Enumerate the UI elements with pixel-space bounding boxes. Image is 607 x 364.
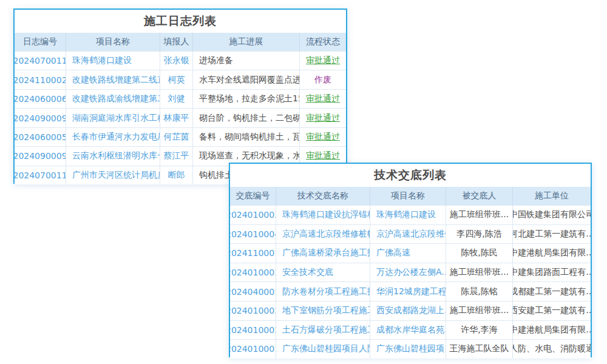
disclosure-name-link[interactable]: 安全技术交底 [276,263,370,282]
status-link[interactable]: 作废 [300,70,346,89]
disclosure-name-link[interactable]: 广佛高速桥梁承台施工技... [276,244,370,263]
project-name-link[interactable]: 云南水利枢纽潜明水库一... [66,147,160,165]
unit-text: 中建集团路面工程有... [513,263,591,282]
disclosure-id-link[interactable]: 2024040001 [230,282,276,301]
unit-text: 人防、水电、消防暖通 [513,340,591,359]
table-row: 2024010003 安全技术交底 万达办公楼左侧A... 施工班组带班... … [230,263,591,282]
reporter-link[interactable]: 何芷茵 [160,128,193,146]
log-header-id: 日志编号 [15,33,66,51]
project-name-link[interactable]: 湖南洞庭湖水库引水工程... [66,109,160,127]
table-row: 2024110001 广佛高速桥梁承台施工技... 广佛高速 陈牧,陈民 中建港… [230,243,591,263]
progress-text: 平整场地，拉走多余泥土15... [193,90,300,108]
unit-text: 西安建工第一建筑有... [513,302,591,320]
reporter-link[interactable]: 张永银 [160,52,193,70]
log-id-link[interactable]: 2024090009 [15,147,66,165]
disclosure-id-link[interactable]: 2024010004 [230,225,276,244]
disclosure-id-link[interactable]: 2024010002 [230,321,276,340]
table-row: 2024070011 珠海鹤港口建设 张永银 进场准备 审批通过 [15,51,346,70]
disclosure-name-link[interactable]: 珠海鹤港口建设抗浮锚杆... [276,206,370,224]
reporter-link[interactable]: 断郎 [160,166,193,184]
project-name-link[interactable]: 成都水岸华庭名苑... [370,321,446,340]
disc-header-receiver: 被交底人 [446,187,513,205]
project-name-link[interactable]: 广东佛山碧桂园项目 [370,340,446,359]
log-header-reporter: 填报人 [160,33,193,51]
log-id-link[interactable]: 2024090009 [15,109,66,127]
log-id-link[interactable]: 2024070011 [15,52,66,70]
status-link[interactable]: 审批通过 [300,128,346,146]
progress-text: 砌台阶，钩机排土，二包砌... [193,109,300,127]
project-name-link[interactable]: 广佛高速 [370,244,446,263]
project-name-link[interactable]: 华润12城房建工程... [370,282,446,301]
table-row: 2024010003 珠海鹤港口建设抗浮锚杆... 珠海鹤港口建设 施工班组带班… [230,205,591,224]
reporter-link[interactable]: 林康平 [160,109,193,127]
unit-text: 中国铁建集团有限公司 [513,206,591,224]
disclosure-name-link[interactable]: 防水卷材分项工程施工技... [276,282,370,301]
disclosure-id-link[interactable]: 2024010002 [230,302,276,320]
disclosure-name-link[interactable]: 地下室钢筋分项工程施工... [276,302,370,320]
log-header-progress: 施工进展 [193,33,300,51]
disclosure-id-link[interactable]: 2024010003 [230,206,276,224]
log-header-project: 项目名称 [66,33,160,51]
disc-header-name: 技术交底名称 [276,187,370,205]
project-name-link[interactable]: 广州市天河区统计局机房... [66,166,160,184]
disclosure-table-title: 技术交底列表 [230,164,591,187]
table-row: 2024090009 湖南洞庭湖水库引水工程... 林康平 砌台阶，钩机排土，二… [15,108,346,127]
log-id-link[interactable]: 2024070011 [15,166,66,184]
log-table-title: 施工日志列表 [15,10,346,33]
disclosure-name-link[interactable]: 京沪高速北京段维修桩帽... [276,225,370,244]
disclosure-name-link[interactable]: 土石方爆破分项工程施工... [276,321,370,340]
project-name-link[interactable]: 改建铁路成渝线增建第二... [66,90,160,108]
progress-text: 进场准备 [193,52,300,70]
disc-header-project: 项目名称 [370,187,446,205]
receiver-text: 陈牧,陈民 [446,244,513,263]
log-table-header-row: 日志编号 项目名称 填报人 施工进展 流程状态 [15,33,346,51]
log-id-link[interactable]: 2024110002 [15,70,66,89]
technical-disclosure-table: 技术交底列表 交底编号 技术交底名称 项目名称 被交底人 施工单位 202401… [229,163,592,357]
table-row: 2024060006 改建铁路成渝线增建第二... 刘健 平整场地，拉走多余泥土… [15,89,346,108]
receiver-text: 李四海,陈浩 [446,225,513,244]
table-row: 2024010001 广东佛山碧桂园项目人防... 广东佛山碧桂园项目 王海施工… [230,339,591,359]
project-name-link[interactable]: 京沪高速北京段维修 [370,225,446,244]
table-row: 2024110002 改建铁路线增建第二线直... 柯英 水车对全线遮阳网覆盖点… [15,70,346,89]
unit-text: 河北建工第一建筑有... [513,225,591,244]
receiver-text: 施工班组带班... [446,302,513,320]
table-row: 2024010004 京沪高速北京段维修桩帽... 京沪高速北京段维修 李四海,… [230,224,591,244]
project-name-link[interactable]: 万达办公楼左侧A... [370,263,446,282]
reporter-link[interactable]: 蔡江平 [160,147,193,165]
project-name-link[interactable]: 珠海鹤港口建设 [66,52,160,70]
receiver-text: 施工班组带班... [446,263,513,282]
disclosure-id-link[interactable]: 2024010001 [230,340,276,359]
unit-text: 成都建工第一建筑有... [513,282,591,301]
table-row: 2024010002 地下室钢筋分项工程施工... 西安成都路龙湖上... 施工… [230,301,591,320]
receiver-text: 陈晨,陈铭 [446,282,513,301]
table-row: 2024010002 土石方爆破分项工程施工... 成都水岸华庭名苑... 许华… [230,320,591,340]
project-name-link[interactable]: 西安成都路龙湖上... [370,302,446,320]
unit-text: 中建港航局集团有限... [513,321,591,340]
status-link[interactable]: 审批通过 [300,109,346,127]
receiver-text: 王海施工队全队 [446,340,513,359]
table-row: 2024060005 长春市伊通河水力发电厂... 何芷茵 备料，砌间墙钩机排土… [15,127,346,146]
status-link[interactable]: 审批通过 [300,90,346,108]
table-row: 2024040001 防水卷材分项工程施工技... 华润12城房建工程... 陈… [230,281,591,301]
reporter-link[interactable]: 柯英 [160,70,193,89]
construction-log-table: 施工日志列表 日志编号 项目名称 填报人 施工进展 流程状态 202407001… [13,8,347,184]
log-id-link[interactable]: 2024060006 [15,90,66,108]
receiver-text: 许华,李海 [446,321,513,340]
log-id-link[interactable]: 2024060005 [15,128,66,146]
log-header-status: 流程状态 [300,33,346,51]
disclosure-id-link[interactable]: 2024010003 [230,263,276,282]
disclosure-id-link[interactable]: 2024110001 [230,244,276,263]
project-name-link[interactable]: 改建铁路线增建第二线直... [66,70,160,89]
progress-text: 备料，砌间墙钩机排土，瓦... [193,128,300,146]
reporter-link[interactable]: 刘健 [160,90,193,108]
progress-text: 水车对全线遮阳网覆盖点进... [193,70,300,89]
receiver-text: 施工班组带班... [446,206,513,224]
disc-header-unit: 施工单位 [513,187,591,205]
status-link[interactable]: 审批通过 [300,52,346,70]
disclosure-name-link[interactable]: 广东佛山碧桂园项目人防... [276,340,370,359]
project-name-link[interactable]: 珠海鹤港口建设 [370,206,446,224]
unit-text: 中建港航局集团有限... [513,244,591,263]
disc-header-id: 交底编号 [230,187,276,205]
disclosure-table-header-row: 交底编号 技术交底名称 项目名称 被交底人 施工单位 [230,187,591,205]
project-name-link[interactable]: 长春市伊通河水力发电厂... [66,128,160,146]
